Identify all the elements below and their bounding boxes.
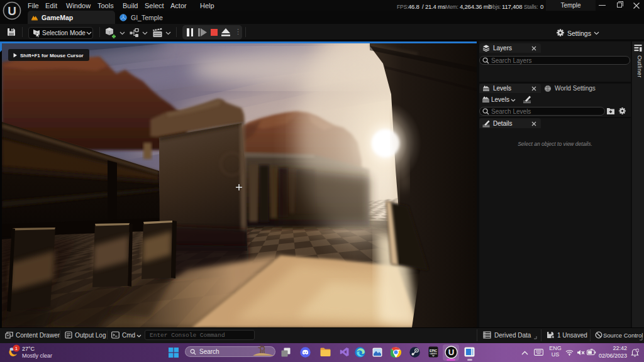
- svg-text:EPIC: EPIC: [430, 349, 437, 353]
- svg-text:1: 1: [15, 346, 18, 351]
- svg-text:U: U: [448, 348, 454, 357]
- svg-text:U: U: [8, 4, 16, 18]
- svg-text:GAMES: GAMES: [430, 353, 437, 355]
